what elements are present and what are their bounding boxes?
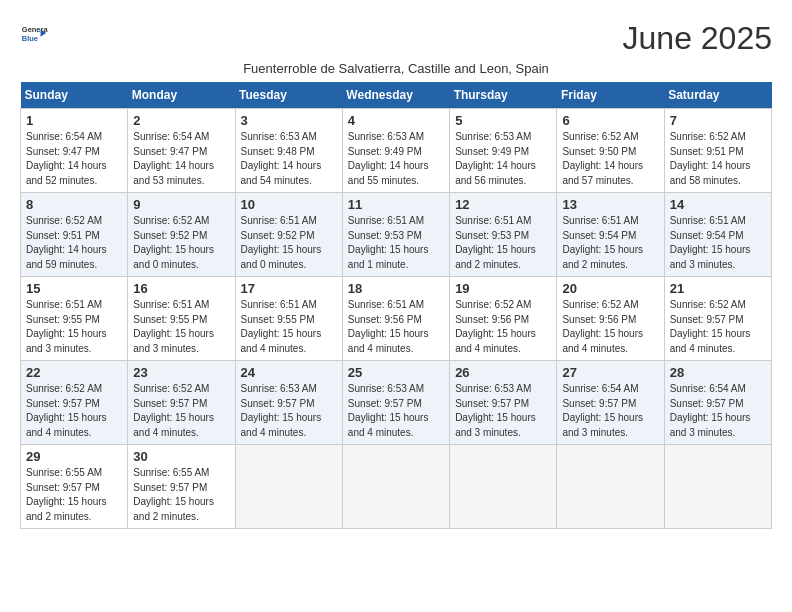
day-number: 29 [26, 449, 122, 464]
day-number: 28 [670, 365, 766, 380]
day-number: 20 [562, 281, 658, 296]
day-detail: Sunrise: 6:52 AM Sunset: 9:52 PM Dayligh… [133, 214, 229, 272]
calendar-cell: 29Sunrise: 6:55 AM Sunset: 9:57 PM Dayli… [21, 445, 128, 529]
page-header: General Blue June 2025 [20, 20, 772, 57]
calendar-cell: 27Sunrise: 6:54 AM Sunset: 9:57 PM Dayli… [557, 361, 664, 445]
location-subtitle: Fuenterroble de Salvatierra, Castille an… [20, 61, 772, 76]
day-detail: Sunrise: 6:52 AM Sunset: 9:57 PM Dayligh… [26, 382, 122, 440]
calendar-cell: 28Sunrise: 6:54 AM Sunset: 9:57 PM Dayli… [664, 361, 771, 445]
weekday-header-saturday: Saturday [664, 82, 771, 109]
weekday-header-wednesday: Wednesday [342, 82, 449, 109]
calendar-week-row: 1Sunrise: 6:54 AM Sunset: 9:47 PM Daylig… [21, 109, 772, 193]
calendar-cell: 19Sunrise: 6:52 AM Sunset: 9:56 PM Dayli… [450, 277, 557, 361]
day-number: 30 [133, 449, 229, 464]
calendar-cell: 15Sunrise: 6:51 AM Sunset: 9:55 PM Dayli… [21, 277, 128, 361]
calendar-cell: 6Sunrise: 6:52 AM Sunset: 9:50 PM Daylig… [557, 109, 664, 193]
calendar-cell: 9Sunrise: 6:52 AM Sunset: 9:52 PM Daylig… [128, 193, 235, 277]
day-number: 11 [348, 197, 444, 212]
calendar-week-row: 8Sunrise: 6:52 AM Sunset: 9:51 PM Daylig… [21, 193, 772, 277]
day-number: 26 [455, 365, 551, 380]
day-number: 7 [670, 113, 766, 128]
day-number: 14 [670, 197, 766, 212]
day-detail: Sunrise: 6:51 AM Sunset: 9:55 PM Dayligh… [133, 298, 229, 356]
day-number: 16 [133, 281, 229, 296]
calendar-cell: 4Sunrise: 6:53 AM Sunset: 9:49 PM Daylig… [342, 109, 449, 193]
day-detail: Sunrise: 6:55 AM Sunset: 9:57 PM Dayligh… [26, 466, 122, 524]
day-detail: Sunrise: 6:52 AM Sunset: 9:56 PM Dayligh… [455, 298, 551, 356]
day-detail: Sunrise: 6:54 AM Sunset: 9:47 PM Dayligh… [26, 130, 122, 188]
calendar-cell: 17Sunrise: 6:51 AM Sunset: 9:55 PM Dayli… [235, 277, 342, 361]
day-number: 27 [562, 365, 658, 380]
calendar-cell: 1Sunrise: 6:54 AM Sunset: 9:47 PM Daylig… [21, 109, 128, 193]
day-number: 5 [455, 113, 551, 128]
day-detail: Sunrise: 6:51 AM Sunset: 9:56 PM Dayligh… [348, 298, 444, 356]
day-number: 4 [348, 113, 444, 128]
day-number: 19 [455, 281, 551, 296]
day-number: 12 [455, 197, 551, 212]
calendar-cell: 18Sunrise: 6:51 AM Sunset: 9:56 PM Dayli… [342, 277, 449, 361]
day-detail: Sunrise: 6:51 AM Sunset: 9:53 PM Dayligh… [348, 214, 444, 272]
day-number: 24 [241, 365, 337, 380]
calendar-cell: 26Sunrise: 6:53 AM Sunset: 9:57 PM Dayli… [450, 361, 557, 445]
day-number: 8 [26, 197, 122, 212]
calendar-cell: 7Sunrise: 6:52 AM Sunset: 9:51 PM Daylig… [664, 109, 771, 193]
day-number: 2 [133, 113, 229, 128]
weekday-header-monday: Monday [128, 82, 235, 109]
title-block: June 2025 [623, 20, 772, 57]
day-number: 9 [133, 197, 229, 212]
calendar-cell: 30Sunrise: 6:55 AM Sunset: 9:57 PM Dayli… [128, 445, 235, 529]
day-detail: Sunrise: 6:51 AM Sunset: 9:52 PM Dayligh… [241, 214, 337, 272]
day-number: 17 [241, 281, 337, 296]
day-detail: Sunrise: 6:54 AM Sunset: 9:57 PM Dayligh… [670, 382, 766, 440]
day-detail: Sunrise: 6:54 AM Sunset: 9:57 PM Dayligh… [562, 382, 658, 440]
day-number: 3 [241, 113, 337, 128]
day-detail: Sunrise: 6:52 AM Sunset: 9:57 PM Dayligh… [670, 298, 766, 356]
weekday-header-sunday: Sunday [21, 82, 128, 109]
day-detail: Sunrise: 6:52 AM Sunset: 9:51 PM Dayligh… [670, 130, 766, 188]
calendar-week-row: 29Sunrise: 6:55 AM Sunset: 9:57 PM Dayli… [21, 445, 772, 529]
weekday-header-tuesday: Tuesday [235, 82, 342, 109]
calendar-cell: 2Sunrise: 6:54 AM Sunset: 9:47 PM Daylig… [128, 109, 235, 193]
calendar-cell: 25Sunrise: 6:53 AM Sunset: 9:57 PM Dayli… [342, 361, 449, 445]
day-detail: Sunrise: 6:51 AM Sunset: 9:53 PM Dayligh… [455, 214, 551, 272]
calendar-table: SundayMondayTuesdayWednesdayThursdayFrid… [20, 82, 772, 529]
calendar-cell: 8Sunrise: 6:52 AM Sunset: 9:51 PM Daylig… [21, 193, 128, 277]
calendar-cell [235, 445, 342, 529]
day-number: 22 [26, 365, 122, 380]
calendar-cell [664, 445, 771, 529]
day-number: 13 [562, 197, 658, 212]
day-number: 1 [26, 113, 122, 128]
day-number: 10 [241, 197, 337, 212]
day-detail: Sunrise: 6:52 AM Sunset: 9:50 PM Dayligh… [562, 130, 658, 188]
calendar-cell [342, 445, 449, 529]
calendar-cell: 16Sunrise: 6:51 AM Sunset: 9:55 PM Dayli… [128, 277, 235, 361]
day-detail: Sunrise: 6:53 AM Sunset: 9:57 PM Dayligh… [455, 382, 551, 440]
calendar-week-row: 22Sunrise: 6:52 AM Sunset: 9:57 PM Dayli… [21, 361, 772, 445]
day-detail: Sunrise: 6:55 AM Sunset: 9:57 PM Dayligh… [133, 466, 229, 524]
day-detail: Sunrise: 6:52 AM Sunset: 9:56 PM Dayligh… [562, 298, 658, 356]
day-number: 6 [562, 113, 658, 128]
calendar-week-row: 15Sunrise: 6:51 AM Sunset: 9:55 PM Dayli… [21, 277, 772, 361]
day-detail: Sunrise: 6:52 AM Sunset: 9:57 PM Dayligh… [133, 382, 229, 440]
calendar-cell: 13Sunrise: 6:51 AM Sunset: 9:54 PM Dayli… [557, 193, 664, 277]
calendar-cell [557, 445, 664, 529]
weekday-header-thursday: Thursday [450, 82, 557, 109]
day-detail: Sunrise: 6:53 AM Sunset: 9:49 PM Dayligh… [348, 130, 444, 188]
calendar-cell [450, 445, 557, 529]
calendar-cell: 5Sunrise: 6:53 AM Sunset: 9:49 PM Daylig… [450, 109, 557, 193]
calendar-cell: 14Sunrise: 6:51 AM Sunset: 9:54 PM Dayli… [664, 193, 771, 277]
day-number: 23 [133, 365, 229, 380]
day-detail: Sunrise: 6:54 AM Sunset: 9:47 PM Dayligh… [133, 130, 229, 188]
day-number: 18 [348, 281, 444, 296]
day-detail: Sunrise: 6:53 AM Sunset: 9:57 PM Dayligh… [241, 382, 337, 440]
day-detail: Sunrise: 6:51 AM Sunset: 9:55 PM Dayligh… [241, 298, 337, 356]
day-detail: Sunrise: 6:52 AM Sunset: 9:51 PM Dayligh… [26, 214, 122, 272]
logo-icon: General Blue [20, 20, 48, 48]
calendar-cell: 22Sunrise: 6:52 AM Sunset: 9:57 PM Dayli… [21, 361, 128, 445]
calendar-cell: 3Sunrise: 6:53 AM Sunset: 9:48 PM Daylig… [235, 109, 342, 193]
month-title: June 2025 [623, 20, 772, 57]
day-detail: Sunrise: 6:51 AM Sunset: 9:54 PM Dayligh… [670, 214, 766, 272]
day-detail: Sunrise: 6:53 AM Sunset: 9:48 PM Dayligh… [241, 130, 337, 188]
calendar-cell: 10Sunrise: 6:51 AM Sunset: 9:52 PM Dayli… [235, 193, 342, 277]
day-detail: Sunrise: 6:53 AM Sunset: 9:49 PM Dayligh… [455, 130, 551, 188]
